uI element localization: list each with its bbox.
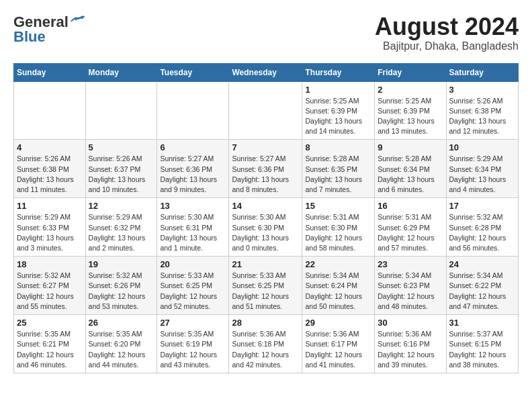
day-info: Sunrise: 5:35 AM Sunset: 6:19 PM Dayligh… [160, 329, 226, 370]
day-number: 23 [378, 259, 443, 269]
calendar-cell: 3Sunrise: 5:26 AM Sunset: 6:38 PM Daylig… [446, 81, 518, 140]
day-number: 6 [160, 142, 226, 152]
calendar-cell: 7Sunrise: 5:27 AM Sunset: 6:36 PM Daylig… [229, 140, 302, 198]
location-subtitle: Bajitpur, Dhaka, Bangladesh [375, 40, 519, 52]
week-row-5: 25Sunrise: 5:35 AM Sunset: 6:21 PM Dayli… [14, 315, 519, 373]
calendar-cell [229, 81, 302, 140]
calendar-cell: 12Sunrise: 5:29 AM Sunset: 6:32 PM Dayli… [85, 198, 157, 257]
calendar-cell: 21Sunrise: 5:33 AM Sunset: 6:25 PM Dayli… [229, 257, 302, 315]
day-info: Sunrise: 5:33 AM Sunset: 6:25 PM Dayligh… [232, 271, 299, 312]
day-number: 30 [378, 318, 443, 328]
col-header-friday: Friday [375, 63, 446, 81]
day-number: 2 [378, 85, 443, 95]
calendar-cell: 22Sunrise: 5:34 AM Sunset: 6:24 PM Dayli… [302, 257, 375, 315]
day-number: 24 [449, 259, 515, 269]
calendar-cell: 19Sunrise: 5:32 AM Sunset: 6:26 PM Dayli… [85, 257, 157, 315]
day-info: Sunrise: 5:29 AM Sunset: 6:33 PM Dayligh… [17, 212, 83, 253]
day-info: Sunrise: 5:34 AM Sunset: 6:24 PM Dayligh… [305, 271, 371, 312]
day-number: 26 [89, 318, 154, 328]
day-number: 17 [449, 201, 515, 211]
day-number: 3 [449, 85, 515, 95]
day-number: 19 [89, 259, 154, 269]
day-number: 14 [232, 201, 299, 211]
day-info: Sunrise: 5:30 AM Sunset: 6:31 PM Dayligh… [160, 212, 226, 253]
calendar-cell: 11Sunrise: 5:29 AM Sunset: 6:33 PM Dayli… [14, 198, 86, 257]
day-info: Sunrise: 5:33 AM Sunset: 6:25 PM Dayligh… [160, 271, 226, 312]
logo: General Blue [13, 13, 85, 46]
calendar-cell [14, 81, 86, 140]
month-year-title: August 2024 [375, 13, 519, 40]
page-header: General Blue August 2024 Bajitpur, Dhaka… [13, 13, 519, 52]
calendar-cell: 30Sunrise: 5:36 AM Sunset: 6:16 PM Dayli… [375, 315, 446, 373]
day-info: Sunrise: 5:29 AM Sunset: 6:34 PM Dayligh… [449, 154, 515, 195]
calendar-cell: 28Sunrise: 5:36 AM Sunset: 6:18 PM Dayli… [229, 315, 302, 373]
calendar-cell: 31Sunrise: 5:37 AM Sunset: 6:15 PM Dayli… [446, 315, 518, 373]
day-number: 29 [305, 318, 371, 328]
calendar-cell: 14Sunrise: 5:30 AM Sunset: 6:30 PM Dayli… [229, 198, 302, 257]
day-number: 4 [17, 142, 83, 152]
day-info: Sunrise: 5:32 AM Sunset: 6:27 PM Dayligh… [17, 271, 83, 312]
day-number: 18 [17, 259, 83, 269]
col-header-saturday: Saturday [446, 63, 518, 81]
day-number: 1 [305, 85, 371, 95]
day-info: Sunrise: 5:27 AM Sunset: 6:36 PM Dayligh… [160, 154, 226, 195]
col-header-monday: Monday [85, 63, 157, 81]
day-number: 28 [232, 318, 299, 328]
day-info: Sunrise: 5:31 AM Sunset: 6:29 PM Dayligh… [378, 212, 443, 253]
day-number: 8 [305, 142, 371, 152]
day-info: Sunrise: 5:29 AM Sunset: 6:32 PM Dayligh… [89, 212, 154, 253]
day-info: Sunrise: 5:37 AM Sunset: 6:15 PM Dayligh… [449, 329, 515, 370]
day-info: Sunrise: 5:26 AM Sunset: 6:38 PM Dayligh… [449, 96, 515, 137]
col-header-thursday: Thursday [302, 63, 375, 81]
day-number: 16 [378, 201, 443, 211]
calendar-cell: 9Sunrise: 5:28 AM Sunset: 6:34 PM Daylig… [375, 140, 446, 198]
calendar-cell [85, 81, 157, 140]
calendar-cell: 8Sunrise: 5:28 AM Sunset: 6:35 PM Daylig… [302, 140, 375, 198]
day-number: 25 [17, 318, 83, 328]
calendar-cell: 10Sunrise: 5:29 AM Sunset: 6:34 PM Dayli… [446, 140, 518, 198]
calendar-cell: 15Sunrise: 5:31 AM Sunset: 6:30 PM Dayli… [302, 198, 375, 257]
day-info: Sunrise: 5:32 AM Sunset: 6:28 PM Dayligh… [449, 212, 515, 253]
day-info: Sunrise: 5:35 AM Sunset: 6:20 PM Dayligh… [89, 329, 154, 370]
calendar-cell: 23Sunrise: 5:34 AM Sunset: 6:23 PM Dayli… [375, 257, 446, 315]
day-info: Sunrise: 5:35 AM Sunset: 6:21 PM Dayligh… [17, 329, 83, 370]
calendar-cell: 27Sunrise: 5:35 AM Sunset: 6:19 PM Dayli… [157, 315, 229, 373]
col-header-tuesday: Tuesday [157, 63, 229, 81]
calendar-cell: 29Sunrise: 5:36 AM Sunset: 6:17 PM Dayli… [302, 315, 375, 373]
day-number: 11 [17, 201, 83, 211]
calendar-cell: 26Sunrise: 5:35 AM Sunset: 6:20 PM Dayli… [85, 315, 157, 373]
week-row-2: 4Sunrise: 5:26 AM Sunset: 6:38 PM Daylig… [14, 140, 519, 198]
day-info: Sunrise: 5:34 AM Sunset: 6:23 PM Dayligh… [378, 271, 443, 312]
day-info: Sunrise: 5:26 AM Sunset: 6:38 PM Dayligh… [17, 154, 83, 195]
calendar-cell: 16Sunrise: 5:31 AM Sunset: 6:29 PM Dayli… [375, 198, 446, 257]
day-number: 7 [232, 142, 299, 152]
calendar-cell: 6Sunrise: 5:27 AM Sunset: 6:36 PM Daylig… [157, 140, 229, 198]
calendar-cell: 1Sunrise: 5:25 AM Sunset: 6:39 PM Daylig… [302, 81, 375, 140]
day-number: 13 [160, 201, 226, 211]
calendar-table: SundayMondayTuesdayWednesdayThursdayFrid… [13, 63, 519, 373]
day-number: 27 [160, 318, 226, 328]
week-row-1: 1Sunrise: 5:25 AM Sunset: 6:39 PM Daylig… [14, 81, 519, 140]
week-row-4: 18Sunrise: 5:32 AM Sunset: 6:27 PM Dayli… [14, 257, 519, 315]
day-info: Sunrise: 5:32 AM Sunset: 6:26 PM Dayligh… [89, 271, 154, 312]
day-number: 5 [89, 142, 154, 152]
calendar-cell: 17Sunrise: 5:32 AM Sunset: 6:28 PM Dayli… [446, 198, 518, 257]
calendar-cell: 20Sunrise: 5:33 AM Sunset: 6:25 PM Dayli… [157, 257, 229, 315]
day-info: Sunrise: 5:34 AM Sunset: 6:22 PM Dayligh… [449, 271, 515, 312]
day-info: Sunrise: 5:28 AM Sunset: 6:35 PM Dayligh… [305, 154, 371, 195]
day-info: Sunrise: 5:25 AM Sunset: 6:39 PM Dayligh… [378, 96, 443, 137]
day-number: 31 [449, 318, 515, 328]
calendar-cell: 2Sunrise: 5:25 AM Sunset: 6:39 PM Daylig… [375, 81, 446, 140]
day-number: 12 [89, 201, 154, 211]
title-section: August 2024 Bajitpur, Dhaka, Bangladesh [375, 13, 519, 52]
logo-bird-icon [70, 15, 85, 27]
day-info: Sunrise: 5:36 AM Sunset: 6:17 PM Dayligh… [305, 329, 371, 370]
day-number: 20 [160, 259, 226, 269]
calendar-cell: 24Sunrise: 5:34 AM Sunset: 6:22 PM Dayli… [446, 257, 518, 315]
calendar-cell: 5Sunrise: 5:26 AM Sunset: 6:37 PM Daylig… [85, 140, 157, 198]
day-info: Sunrise: 5:25 AM Sunset: 6:39 PM Dayligh… [305, 96, 371, 137]
day-number: 22 [305, 259, 371, 269]
day-number: 15 [305, 201, 371, 211]
day-info: Sunrise: 5:31 AM Sunset: 6:30 PM Dayligh… [305, 212, 371, 253]
col-header-wednesday: Wednesday [229, 63, 302, 81]
